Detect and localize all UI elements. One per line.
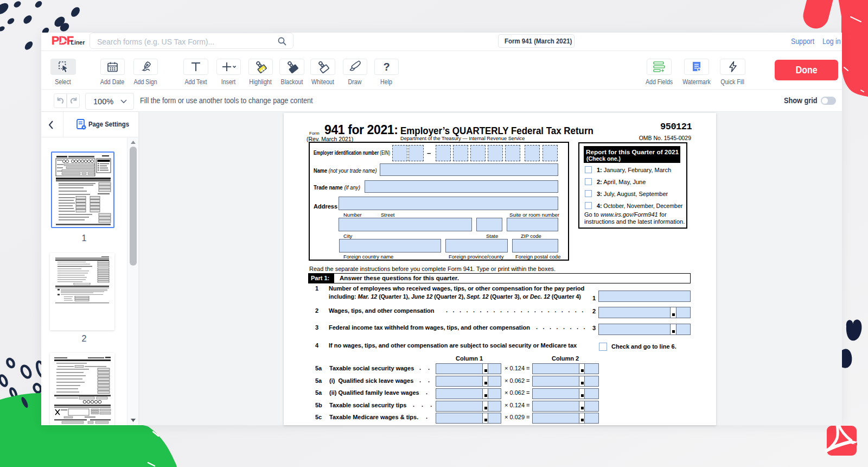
svg-text:Liner: Liner: [71, 39, 85, 46]
